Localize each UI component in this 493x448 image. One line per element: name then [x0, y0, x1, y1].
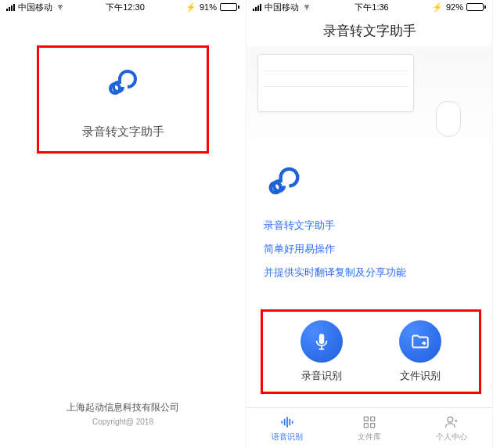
keyboard-graphic [257, 54, 414, 112]
tab-voice-label: 语音识别 [272, 432, 303, 443]
status-time: 下午12:30 [106, 2, 145, 13]
record-action[interactable]: 录音识别 [300, 320, 343, 383]
waveform-icon [279, 414, 295, 430]
carrier-label: 中国移动 [264, 2, 299, 13]
app-name-label: 录音转文字助手 [82, 125, 164, 139]
svg-rect-5 [282, 421, 283, 423]
company-label: 上海起动信息科技有限公司 [0, 401, 246, 414]
status-bar: 中国移动 下午12:30 ⚡ 91% [0, 0, 246, 14]
status-time: 下午1:36 [354, 2, 388, 13]
microphone-icon [300, 320, 343, 363]
app-logo [264, 192, 304, 205]
hero-image [246, 46, 492, 156]
tab-me[interactable]: 个人中心 [410, 408, 492, 448]
tab-files[interactable]: 文件库 [329, 408, 411, 448]
battery-icon [466, 3, 486, 11]
mouse-graphic [436, 101, 461, 137]
intro-line-3: 并提供实时翻译复制及分享功能 [264, 266, 475, 280]
tab-voice[interactable]: 语音识别 [246, 408, 329, 448]
wifi-icon [302, 2, 311, 12]
page-title: 录音转文字助手 [246, 14, 492, 46]
tab-bar: 语音识别 文件库 个人中心 [246, 407, 492, 448]
svg-rect-8 [290, 418, 291, 425]
svg-rect-12 [364, 423, 368, 427]
svg-rect-10 [364, 417, 368, 421]
battery-percent: 91% [200, 2, 217, 12]
wifi-icon [56, 2, 65, 12]
carrier-label: 中国移动 [18, 2, 52, 13]
record-label: 录音识别 [301, 369, 342, 383]
signal-icon [253, 4, 261, 11]
folder-icon [399, 320, 441, 363]
svg-rect-11 [371, 417, 375, 421]
battery-percent: 92% [446, 2, 463, 12]
app-logo [98, 60, 148, 110]
intro-block: 录音转文字助手 简单好用易操作 并提供实时翻译复制及分享功能 [246, 162, 492, 280]
person-icon [444, 414, 459, 430]
svg-rect-9 [292, 421, 293, 423]
charging-icon: ⚡ [432, 2, 443, 13]
signal-icon [6, 4, 15, 11]
highlight-box-splash: 录音转文字助手 [37, 45, 209, 154]
phone-splash-screen: 中国移动 下午12:30 ⚡ 91% 录音转文字助手 上 [0, 0, 246, 448]
charging-icon: ⚡ [185, 2, 196, 13]
battery-icon [220, 3, 239, 11]
copyright-label: Copyright@ 2018 [0, 417, 246, 426]
svg-rect-2 [319, 334, 325, 344]
intro-line-2: 简单好用易操作 [264, 242, 475, 256]
status-bar: 中国移动 下午1:36 ⚡ 92% [246, 0, 492, 14]
tab-me-label: 个人中心 [436, 432, 467, 443]
svg-rect-13 [371, 423, 375, 427]
svg-rect-7 [286, 417, 288, 427]
svg-rect-6 [284, 418, 286, 425]
file-action[interactable]: 文件识别 [399, 320, 441, 383]
highlight-box-actions: 录音识别 文件识别 [261, 309, 481, 394]
svg-point-14 [448, 417, 453, 422]
file-label: 文件识别 [400, 369, 441, 383]
phone-main-screen: 中国移动 下午1:36 ⚡ 92% 录音转文字助手 录音转文字助手 [246, 0, 493, 448]
grid-icon [362, 414, 377, 430]
splash-footer: 上海起动信息科技有限公司 Copyright@ 2018 [0, 401, 246, 426]
intro-line-1: 录音转文字助手 [264, 219, 475, 233]
tab-files-label: 文件库 [358, 432, 381, 443]
